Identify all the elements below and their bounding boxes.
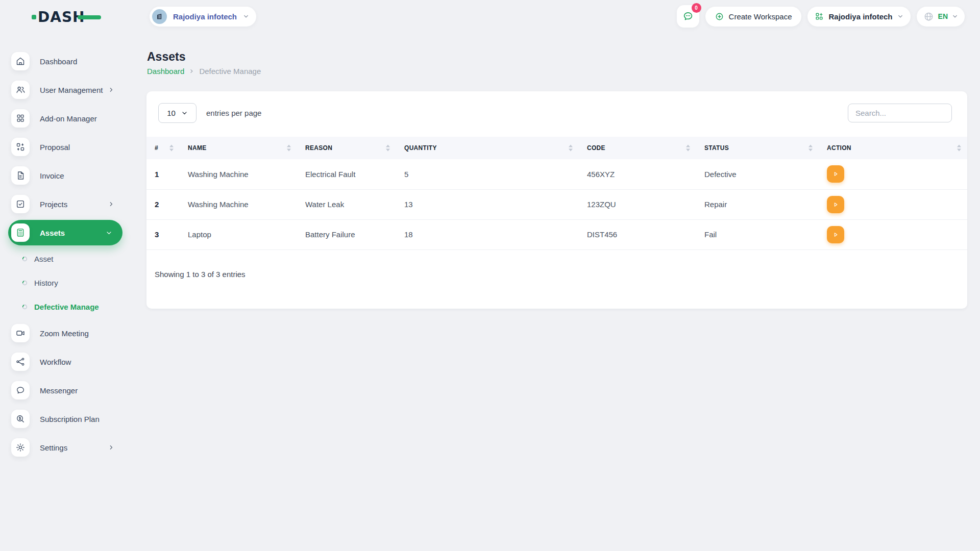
sidebar-item-label: Invoice — [40, 171, 64, 180]
swap-boxes-icon — [11, 138, 30, 156]
row-code: DIST456 — [579, 219, 696, 249]
topbar-right: 0 Create Workspace Rajodiya infotech EN — [677, 5, 965, 28]
row-code: 456XYZ — [579, 159, 696, 189]
sidebar-item-messenger[interactable]: Messenger — [0, 376, 131, 405]
create-workspace-button[interactable]: Create Workspace — [705, 7, 801, 27]
sidebar-item-workflow[interactable]: Workflow — [0, 347, 131, 376]
table-header-row: # NAME REASON QUANTITY CODE STATUS ACTIO… — [146, 137, 967, 159]
sidebar-subitem-history[interactable]: History — [0, 271, 131, 295]
row-name: Washing Machine — [180, 189, 297, 219]
row-num: 2 — [146, 189, 180, 219]
chevron-down-icon — [897, 13, 903, 19]
sidebar-subitem-label: Asset — [34, 255, 54, 263]
sort-icon — [287, 145, 291, 152]
column-header-reason[interactable]: REASON — [297, 137, 396, 159]
sidebar-item-zoom-meeting[interactable]: Zoom Meeting — [0, 319, 131, 347]
topbar: Rajodiya infotech 0 Create Workspace Raj… — [131, 0, 980, 33]
row-reason: Electrical Fault — [297, 159, 396, 189]
company-name: Rajodiya infotech — [829, 12, 893, 21]
gear-icon — [11, 438, 30, 457]
entries-per-page-select[interactable]: 10 — [158, 103, 197, 123]
breadcrumb-dashboard-link[interactable]: Dashboard — [147, 67, 184, 76]
language-selector[interactable]: EN — [917, 7, 965, 27]
calculator-icon — [11, 223, 30, 242]
play-icon — [832, 201, 839, 208]
chevron-right-icon — [108, 87, 114, 93]
row-quantity: 18 — [396, 219, 579, 249]
sidebar-item-proposal[interactable]: Proposal — [0, 133, 131, 161]
sort-icon — [169, 145, 174, 152]
checkbox-icon — [11, 195, 30, 213]
grid-plus-icon — [815, 12, 824, 21]
column-header-quantity[interactable]: QUANTITY — [396, 137, 579, 159]
logo-dot-icon — [32, 15, 36, 19]
sidebar-item-invoice[interactable]: Invoice — [0, 161, 131, 190]
sidebar-subitem-defective-manage[interactable]: Defective Manage — [0, 295, 131, 319]
chevron-down-icon — [952, 13, 958, 19]
column-header-num[interactable]: # — [146, 137, 180, 159]
language-code: EN — [938, 12, 948, 20]
row-name: Laptop — [180, 219, 297, 249]
search-input[interactable] — [848, 104, 952, 122]
video-camera-icon — [11, 324, 30, 342]
column-header-code[interactable]: CODE — [579, 137, 696, 159]
column-header-name[interactable]: NAME — [180, 137, 297, 159]
sidebar-item-label: Projects — [40, 200, 67, 209]
sort-icon — [686, 145, 690, 152]
chevron-down-icon — [181, 110, 188, 116]
sidebar-item-addon-manager[interactable]: Add-on Manager — [0, 104, 131, 133]
bullet-circle-icon — [22, 256, 28, 262]
sidebar-item-subscription-plan[interactable]: Subscription Plan — [0, 405, 131, 433]
company-dropdown[interactable]: Rajodiya infotech — [807, 7, 911, 27]
sidebar-item-projects[interactable]: Projects — [0, 190, 131, 218]
plus-circle-icon — [715, 12, 724, 21]
workspace-avatar — [152, 9, 167, 24]
row-num: 3 — [146, 219, 180, 249]
sidebar-item-label: Messenger — [40, 386, 78, 395]
row-num: 1 — [146, 159, 180, 189]
row-action-button[interactable] — [827, 226, 844, 243]
table-row: 1 Washing Machine Electrical Fault 5 456… — [146, 159, 967, 189]
sidebar-item-dashboard[interactable]: Dashboard — [0, 47, 131, 76]
breadcrumb: Dashboard Defective Manage — [147, 67, 261, 76]
sidebar-item-assets[interactable]: Assets — [8, 220, 122, 245]
row-quantity: 13 — [396, 189, 579, 219]
table-controls: 10 entries per page — [158, 103, 952, 123]
sidebar-item-label: Subscription Plan — [40, 415, 100, 423]
table-row: 2 Washing Machine Water Leak 13 123ZQU R… — [146, 189, 967, 219]
chat-bubble-icon — [11, 381, 30, 399]
row-action-button[interactable] — [827, 165, 844, 183]
users-icon — [11, 81, 30, 99]
sort-icon — [808, 145, 813, 152]
table-row: 3 Laptop Battery Failure 18 DIST456 Fail — [146, 219, 967, 249]
column-header-action[interactable]: ACTION — [819, 137, 967, 159]
sidebar-item-settings[interactable]: Settings — [0, 433, 131, 462]
sidebar-item-label: Add-on Manager — [40, 114, 97, 123]
sidebar-item-label: Assets — [40, 229, 65, 237]
row-status: Repair — [696, 189, 819, 219]
chevron-down-icon — [243, 13, 249, 19]
row-action-button[interactable] — [827, 196, 844, 213]
defective-manage-card: 10 entries per page # NAME REASON QUANTI… — [146, 91, 967, 309]
column-header-status[interactable]: STATUS — [696, 137, 819, 159]
row-code: 123ZQU — [579, 189, 696, 219]
search-dollar-icon — [11, 410, 30, 428]
app-logo[interactable]: DASH — [32, 8, 101, 26]
entries-per-page-value: 10 — [167, 109, 176, 117]
sidebar-subitem-label: History — [34, 279, 58, 287]
sort-icon — [569, 145, 573, 152]
sidebar-item-label: User Management — [40, 86, 103, 94]
chevron-right-icon — [108, 201, 114, 207]
play-icon — [832, 170, 839, 178]
create-workspace-label: Create Workspace — [729, 12, 792, 21]
notifications-button[interactable]: 0 — [677, 5, 699, 28]
sidebar-item-user-management[interactable]: User Management — [0, 76, 131, 104]
sidebar: DASH Dashboard User Management Add-on Ma… — [0, 0, 131, 551]
row-reason: Battery Failure — [297, 219, 396, 249]
row-status: Defective — [696, 159, 819, 189]
sidebar-item-label: Settings — [40, 443, 67, 452]
sidebar-item-label: Zoom Meeting — [40, 329, 89, 338]
workspace-selector[interactable]: Rajodiya infotech — [150, 7, 256, 27]
defective-table: # NAME REASON QUANTITY CODE STATUS ACTIO… — [146, 137, 967, 250]
sidebar-subitem-asset[interactable]: Asset — [0, 247, 131, 271]
